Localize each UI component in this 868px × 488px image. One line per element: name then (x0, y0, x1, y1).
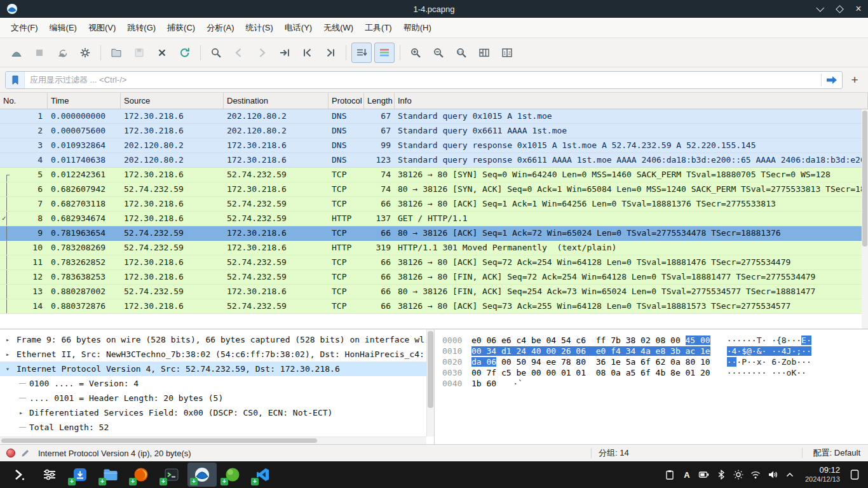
menu-item-f[interactable]: 文件(F) (5, 18, 44, 37)
go-to-packet-button[interactable] (275, 43, 295, 63)
column-header-info[interactable]: Info (395, 93, 868, 109)
expander-icon[interactable]: ▸ (19, 405, 23, 420)
taskbar-app-wireshark[interactable]: + (187, 463, 217, 487)
packet-row[interactable]: 8✓0.682934674172.30.218.652.74.232.59HTT… (0, 212, 868, 226)
filter-bookmark-button[interactable] (6, 72, 25, 88)
save-file-button[interactable] (129, 43, 149, 63)
add-filter-button[interactable]: + (846, 71, 863, 89)
packet-row[interactable]: 70.682703118172.30.218.652.74.232.59TCP6… (0, 197, 868, 212)
menu-item-w[interactable]: 无线(W) (318, 18, 359, 37)
resize-columns-button[interactable] (474, 43, 494, 63)
tray-clipboard-button[interactable] (661, 464, 679, 485)
menu-item-e[interactable]: 编辑(E) (44, 18, 83, 37)
detail-line[interactable]: Total Length: 52 (0, 420, 426, 435)
last-packet-button[interactable] (320, 43, 341, 63)
auto-scroll-button[interactable] (351, 43, 372, 63)
menu-item-g[interactable]: 跳转(G) (121, 18, 161, 37)
taskbar-app-vscode[interactable]: + (248, 463, 278, 487)
zoom-in-button[interactable] (405, 43, 426, 63)
normal-size-button[interactable]: 1:1 (451, 43, 471, 63)
tray-brightness-button[interactable] (730, 464, 747, 485)
taskbar-app-file-manager[interactable]: + (96, 463, 125, 487)
menu-item-t[interactable]: 工具(T) (359, 18, 398, 37)
colorize-button[interactable] (374, 43, 395, 63)
stop-capture-button[interactable] (29, 43, 50, 63)
menu-item-v[interactable]: 视图(V) (83, 18, 121, 37)
column-header-source[interactable]: Source (121, 93, 224, 109)
taskbar-app-software-center[interactable]: + (65, 463, 95, 487)
display-filter-input[interactable] (25, 75, 821, 85)
packet-row[interactable]: 10.000000000172.30.218.6202.120.80.2DNS6… (0, 109, 868, 124)
expand-icon (784, 469, 796, 480)
reload-file-button[interactable] (175, 43, 195, 63)
hex-row[interactable]: 00401b 60·` (442, 378, 868, 389)
tray-wifi-button[interactable] (747, 464, 764, 485)
taskbar-app-launcher[interactable] (4, 463, 34, 487)
status-profile[interactable]: 配置: Default (813, 447, 860, 459)
hex-row[interactable]: 003000 7f c5 be 00 00 01 01 08 0a a5 6f … (442, 367, 868, 378)
detail-line[interactable]: ▸Differentiated Services Field: 0x00 (DS… (0, 405, 426, 420)
notification-panel-button[interactable] (846, 464, 863, 485)
column-header-time[interactable]: Time (48, 93, 121, 109)
menu-item-a[interactable]: 分析(A) (201, 18, 240, 37)
hex-row[interactable]: 0020da 06 00 50 94 ee 78 80 36 1e 5a 6f … (442, 356, 868, 367)
notification-panel-icon (850, 469, 860, 480)
taskbar-app-task-view[interactable] (35, 463, 64, 487)
expander-icon[interactable]: ▸ (6, 347, 10, 362)
taskbar-clock[interactable]: 09:12 2024/12/13 (805, 466, 840, 484)
column-header-length[interactable]: Length (364, 93, 395, 109)
detail-line[interactable]: .... 0101 = Header Length: 20 bytes (5) (0, 391, 426, 405)
packet-list-scroll-thumb[interactable] (862, 111, 867, 247)
packet-row[interactable]: 50.012242361172.30.218.652.74.232.59TCP7… (0, 168, 868, 182)
menu-item-s[interactable]: 统计(S) (240, 18, 278, 37)
taskbar-app-terminal[interactable]: + (157, 463, 186, 487)
apply-filter-button[interactable] (822, 72, 842, 88)
detail-line[interactable]: ▸Frame 9: 66 bytes on wire (528 bits), 6… (0, 332, 426, 347)
first-packet-button[interactable] (297, 43, 318, 63)
find-packet-button[interactable] (206, 43, 226, 63)
menu-item-h[interactable]: 帮助(H) (398, 18, 437, 37)
expander-icon[interactable]: ▾ (6, 362, 10, 376)
go-back-button[interactable] (229, 43, 249, 63)
detail-line[interactable]: 0100 .... = Version: 4 (0, 376, 426, 391)
restart-capture-button[interactable] (52, 43, 72, 63)
column-header-protocol[interactable]: Protocol (329, 93, 364, 109)
expert-info-button[interactable] (6, 449, 15, 458)
details-hscroll-thumb[interactable] (1, 438, 317, 443)
start-capture-button[interactable] (6, 43, 27, 63)
close-file-button[interactable] (152, 43, 172, 63)
expander-icon[interactable]: ▸ (6, 332, 10, 347)
capture-options-button[interactable] (75, 43, 95, 63)
packet-row[interactable]: 120.783638253172.30.218.652.74.232.59TCP… (0, 270, 868, 285)
tray-expand-button[interactable] (782, 464, 799, 485)
taskbar-app-firefox[interactable]: + (126, 463, 156, 487)
detail-line[interactable]: ▾Internet Protocol Version 4, Src: 52.74… (0, 362, 426, 376)
tray-input-method-button[interactable]: A (679, 464, 696, 485)
packet-row[interactable]: 60.68260794252.74.232.59172.30.218.6TCP7… (0, 182, 868, 197)
tray-volume-button[interactable] (764, 464, 782, 485)
detail-line[interactable]: ▸Ethernet II, Src: NewH3CTechno_7b:38:02… (0, 347, 426, 362)
packet-row[interactable]: 30.010932864202.120.80.2172.30.218.6DNS9… (0, 139, 868, 153)
column-header-no[interactable]: No. (0, 93, 48, 109)
packet-row[interactable]: 90.78196365452.74.232.59172.30.218.6TCP6… (0, 226, 868, 241)
menu-item-c[interactable]: 捕获(C) (161, 18, 201, 37)
hex-row[interactable]: 0000e0 06 e6 c4 be 04 54 c6 ff 7b 38 02 … (442, 335, 868, 346)
packet-row[interactable]: 130.88028700252.74.232.59172.30.218.6TCP… (0, 285, 868, 299)
packet-row[interactable]: 100.78320826952.74.232.59172.30.218.6HTT… (0, 241, 868, 255)
menu-item-y[interactable]: 电话(Y) (279, 18, 318, 37)
tray-battery-button[interactable] (696, 464, 713, 485)
packet-row[interactable]: 40.011740638202.120.80.2172.30.218.6DNS1… (0, 153, 868, 168)
packet-row[interactable]: 20.000075600172.30.218.6202.120.80.2DNS6… (0, 124, 868, 139)
display-columns-button[interactable]: 12 (497, 43, 517, 63)
open-file-button[interactable] (106, 43, 126, 63)
go-forward-button[interactable] (252, 43, 272, 63)
hex-row[interactable]: 001000 34 d1 24 40 00 26 06 e0 f4 34 4a … (442, 346, 868, 356)
details-vscroll-thumb[interactable] (428, 331, 433, 408)
packet-row[interactable]: 110.783262852172.30.218.652.74.232.59TCP… (0, 255, 868, 270)
taskbar-app-kylin-assistant[interactable]: + (218, 463, 247, 487)
tray-bluetooth-button[interactable] (713, 464, 730, 485)
capture-comment-button[interactable] (20, 448, 31, 458)
packet-row[interactable]: 140.880372876172.30.218.652.74.232.59TCP… (0, 299, 868, 314)
zoom-out-button[interactable] (428, 43, 449, 63)
column-header-destination[interactable]: Destination (224, 93, 329, 109)
